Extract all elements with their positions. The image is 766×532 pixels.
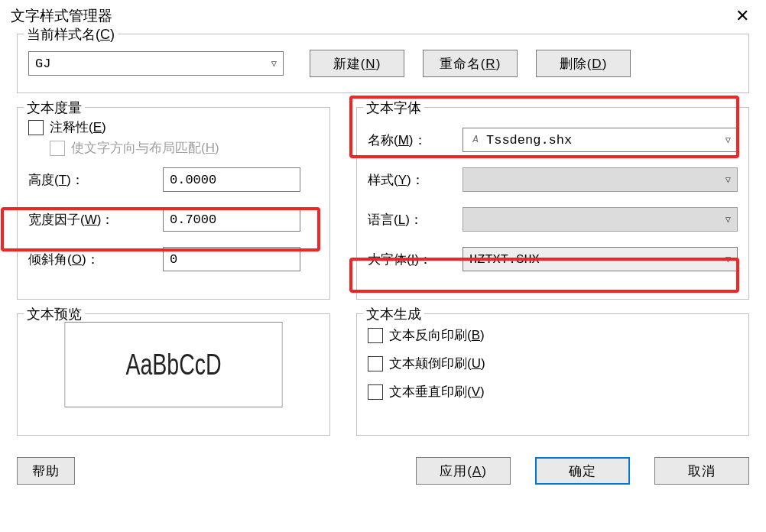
chevron-down-icon: ▽	[725, 135, 731, 146]
vertical-checkbox[interactable]	[368, 384, 383, 400]
backward-checkbox[interactable]	[368, 328, 383, 343]
font-name-label: 名称(M)：	[368, 131, 463, 149]
big-font-dropdown[interactable]: HZTXT.SHX ▽	[463, 247, 738, 271]
generate-legend: 文本生成	[363, 305, 424, 323]
big-font-value: HZTXT.SHX	[469, 252, 540, 267]
font-file-icon: A	[469, 135, 482, 145]
help-button[interactable]: 帮助	[17, 457, 75, 485]
chevron-down-icon: ▽	[725, 214, 731, 225]
preview-box: AaBbCcD	[65, 322, 283, 407]
height-label: 高度(T)：	[28, 171, 163, 189]
ok-button[interactable]: 确定	[535, 457, 630, 485]
preview-sample: AaBbCcD	[125, 349, 221, 381]
current-style-legend: 当前样式名(C)	[24, 25, 118, 44]
vertical-label: 文本垂直印刷(V)	[389, 383, 485, 401]
backward-label: 文本反向印刷(B)	[389, 326, 485, 344]
style-name-dropdown[interactable]: GJ ▽	[28, 51, 284, 76]
font-lang-label: 语言(L)：	[368, 211, 463, 229]
chevron-down-icon: ▽	[725, 254, 731, 265]
dialog-title: 文字样式管理器	[11, 6, 112, 26]
delete-button[interactable]: 删除(D)	[536, 50, 631, 77]
style-name-value: GJ	[35, 57, 50, 71]
oblique-label: 倾斜角(O)：	[28, 251, 163, 268]
font-style-label: 样式(Y)：	[368, 171, 463, 189]
font-style-dropdown: ▽	[463, 167, 738, 192]
rename-button[interactable]: 重命名(R)	[423, 50, 518, 77]
apply-button[interactable]: 应用(A)	[416, 457, 511, 485]
chevron-down-icon: ▽	[271, 58, 277, 70]
font-lang-dropdown: ▽	[463, 207, 738, 232]
match-orientation-label: 使文字方向与布局匹配(H)	[71, 139, 219, 157]
annotative-label: 注释性(E)	[50, 118, 106, 136]
font-name-dropdown[interactable]: A Tssdeng.shx ▽	[463, 128, 738, 152]
big-font-label: 大字体(I)：	[368, 251, 463, 268]
annotative-checkbox[interactable]	[28, 120, 44, 135]
font-name-value: Tssdeng.shx	[486, 133, 572, 148]
font-legend: 文本字体	[363, 99, 424, 117]
chevron-down-icon: ▽	[725, 174, 731, 186]
match-orientation-checkbox	[50, 141, 65, 156]
preview-legend: 文本预览	[24, 305, 85, 323]
upsidedown-label: 文本颠倒印刷(U)	[389, 355, 485, 372]
width-factor-input[interactable]	[163, 207, 300, 232]
oblique-input[interactable]	[163, 247, 300, 271]
width-factor-label: 宽度因子(W)：	[28, 211, 163, 229]
height-input[interactable]	[163, 167, 300, 192]
new-button[interactable]: 新建(N)	[310, 50, 404, 77]
metrics-legend: 文本度量	[24, 99, 85, 117]
upsidedown-checkbox[interactable]	[368, 356, 383, 371]
close-icon[interactable]: ✕	[729, 5, 755, 28]
cancel-button[interactable]: 取消	[654, 457, 749, 485]
